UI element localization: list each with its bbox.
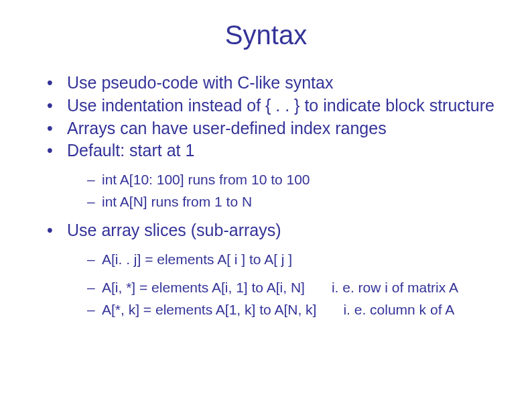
sub-bullet-left: A[i, *] = elements A[i, 1] to A[i, N] — [102, 277, 305, 299]
bullet-item: Use indentation instead of { . . } to in… — [47, 95, 498, 117]
sub-bullet-item: A[*, k] = elements A[1, k] to A[N, k] i.… — [87, 299, 498, 321]
bullet-item: Use array slices (sub-arrays) A[i. . j] … — [47, 219, 498, 321]
slide-title: Syntax — [34, 20, 498, 50]
bullet-list: Use pseudo-code with C-like syntax Use i… — [34, 72, 498, 321]
bullet-item: Default: start at 1 int A[10: 100] runs … — [47, 139, 498, 213]
bullet-text: Default: start at 1 — [67, 141, 194, 160]
sub-bullet-item: int A[10: 100] runs from 10 to 100 — [87, 169, 498, 191]
bullet-text: Use array slices (sub-arrays) — [67, 221, 281, 239]
bullet-item: Use pseudo-code with C-like syntax — [47, 72, 498, 95]
sub-bullet-right: i. e. column k of A — [343, 299, 454, 321]
sub-bullet-item: A[i. . j] = elements A[ i ] to A[ j ] — [87, 249, 498, 271]
sub-bullet-list: A[i. . j] = elements A[ i ] to A[ j ] A[… — [67, 249, 498, 321]
sub-bullet-left: A[*, k] = elements A[1, k] to A[N, k] — [102, 299, 316, 321]
sub-bullet-right: i. e. row i of matrix A — [332, 277, 458, 299]
sub-bullet-item: A[i, *] = elements A[i, 1] to A[i, N] i.… — [87, 277, 498, 299]
sub-bullet-list: int A[10: 100] runs from 10 to 100 int A… — [67, 169, 498, 213]
sub-bullet-item: int A[N] runs from 1 to N — [87, 191, 498, 213]
bullet-item: Arrays can have user-defined index range… — [47, 117, 498, 140]
